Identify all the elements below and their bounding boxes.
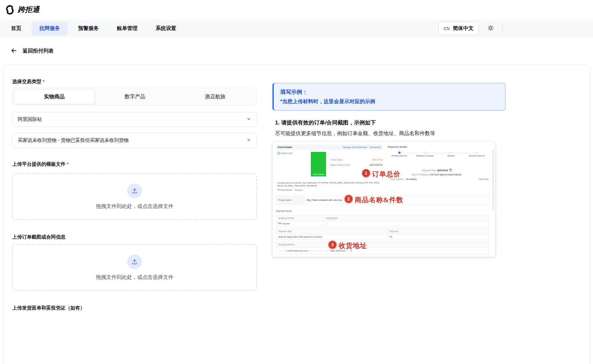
shipment-details-title: Shipment details [388, 145, 407, 148]
annotation-3-badge: 3 [328, 241, 337, 249]
step-receipt-confirmed: Receipt confirmed [464, 152, 490, 157]
tt-bank-account-label: T/T bank account [277, 189, 292, 191]
language-label: 简体中文 [453, 25, 474, 32]
top-header: 跨拒通 [0, 0, 593, 19]
shipment-terms-label: Shipment terms [276, 210, 292, 212]
agreed-amount-label: Agreed Total Amount: [330, 164, 350, 166]
step-shipped: Shipped [438, 152, 464, 157]
upload-template-label-text: 上传平台提供的模板文件 [12, 161, 66, 167]
nav-divider [502, 24, 502, 33]
required-asterisk: * [67, 161, 69, 167]
example-notice-subtitle: *当您上传材料时，这里会显示对应的示例 [280, 98, 499, 105]
table-header-row: Shipping method Shipping fee [276, 215, 489, 221]
required-asterisk: * [43, 79, 45, 84]
mini-scrollbar [493, 150, 494, 210]
fund-details-title: Fund Details [278, 146, 292, 149]
upload-icon [127, 254, 142, 269]
example-step-title: 1. 请提供有效的订单/合同截图，示例如下 [275, 119, 506, 126]
table-header-row: Shipping address [276, 242, 489, 248]
fund-details-header: Fund Details Manage Cash Withdrawal Tran… [276, 144, 383, 150]
transactions-link: Transactions [369, 146, 381, 148]
shipment-progress-steps: Pending shipment Shipping in progress Sh… [386, 152, 490, 157]
back-button[interactable] [10, 47, 17, 55]
annotation-3-text: 收货地址 [339, 241, 367, 250]
check-circle-icon: ✓ [277, 152, 280, 155]
tab-billing[interactable]: 账单管理 [109, 22, 145, 35]
tt-bank-account-row: T/T bank account Account [277, 189, 302, 191]
example-notice: 填写示例： *当您上传材料时，这里会显示对应的示例 [272, 83, 506, 111]
order-screenshot-dropzone[interactable]: 拖拽文件到此处，或点击选择文件 [12, 244, 257, 291]
app-root: 跨拒通 首页 抗辩服务 预警服务 账单管理 系统设置 CN 简体中文 [0, 0, 593, 60]
chevron-down-icon [246, 137, 251, 143]
dispute-reason-select[interactable]: 买家说未收到货物 - 货物已妥投但买家说未收到货物 [12, 133, 257, 148]
payment-methods-line1: Accepted payment methods: visa, masterca… [277, 182, 384, 184]
shipment-date-row: Shipment Date: 2025-09-05 [422, 169, 452, 172]
example-step-description: 尽可能提供更多细节信息，例如订单金额、收货地址、商品名和件数等 [275, 130, 506, 137]
dispute-form-card: 选择交易类型 * 实物商品 数字产品 酒店航旅 阿里国际站 买家说未收到货物 -… [3, 64, 590, 364]
dispute-reason-select-value: 买家说未收到货物 - 货物已妥投但买家说未收到货物 [18, 137, 128, 143]
amount-bar: USD 5,000.00 [311, 152, 326, 176]
table-row: Express - [276, 221, 489, 227]
view-more-link: View more [478, 178, 488, 180]
annotation-1-text: 订单总价 [372, 170, 401, 179]
language-code: CN [444, 26, 450, 31]
latest-logistics-row: Latest logistics: No tracking View more [390, 178, 488, 180]
calendar-icon [449, 169, 452, 171]
funds-status-block: Funds Status: Paid in Full Agreed Total … [330, 159, 383, 169]
annotation-2-text: 商品名称&件数 [355, 195, 404, 204]
annotation-2-badge: 2 [344, 195, 353, 203]
example-notice-title: 填写示例： [280, 88, 499, 96]
funds-status-value: Paid in Full [372, 159, 383, 161]
annotation-1-badge: 1 [362, 169, 370, 177]
step-shipping-in-progress: Shipping in progress [412, 152, 438, 157]
tab-settings[interactable]: 系统设置 [148, 22, 184, 35]
table-header-row: Shipment date Ship from [276, 229, 489, 234]
template-file-dropzone[interactable]: 拖拽文件到此处，或点击选择文件 [12, 173, 257, 220]
tab-dispute-service[interactable]: 抗辩服务 [32, 22, 68, 35]
upload-icon [127, 183, 142, 198]
step-dot-active [398, 152, 401, 154]
form-column: 选择交易类型 * 实物商品 数字产品 酒店航旅 阿里国际站 买家说未收到货物 -… [12, 76, 257, 311]
language-selector-button[interactable]: CN 简体中文 [438, 22, 479, 35]
payment-methods-line2: BILLIE, QC_REAL_TIME_BANK_TRANSFER [277, 185, 384, 187]
back-link-label[interactable]: 返回拒付列表 [23, 48, 54, 54]
transaction-type-label: 选择交易类型 * [12, 79, 257, 85]
funds-status-label: Funds Status: [330, 159, 343, 161]
tab-warning-service[interactable]: 预警服务 [70, 22, 107, 35]
table-row: Ships 50 day(s) after initial payment is… [276, 234, 489, 240]
step-dot [450, 152, 452, 154]
platform-select-value: 阿里国际站 [18, 116, 42, 123]
manage-cash-withdrawal-link: Manage Cash Withdrawal [343, 146, 367, 148]
upload-hint: 拖拽文件到此处，或点击选择文件 [96, 203, 173, 210]
step-dot [476, 152, 478, 154]
segment-hotel-travel[interactable]: 酒店航旅 [175, 89, 255, 104]
brand-logo-icon [5, 5, 15, 15]
fund-details-links: Manage Cash Withdrawal Transactions [343, 146, 381, 148]
upload-proof-label: 上传发货面单和妥投凭证（如有） [12, 305, 257, 311]
platform-select[interactable]: 阿里国际站 [12, 112, 257, 127]
upload-order-label: 上传订单截图或合同信息 [12, 234, 257, 240]
arrow-left-icon [10, 47, 17, 55]
example-screenshot: Fund Details Manage Cash Withdrawal Tran… [272, 142, 495, 257]
step-pending-shipment: Pending shipment [386, 152, 412, 157]
agreed-amount-value: USD 5,000.00 [369, 164, 383, 166]
table-row-address: ·········· 1 south santa ave.Los a ·····… [276, 247, 489, 254]
upload-hint: 拖拽文件到此处，或点击选择文件 [96, 274, 173, 281]
theme-toggle-button[interactable] [484, 22, 497, 35]
truck-icon [278, 221, 281, 226]
paid-in-full-badge: ✓ Paid in Full [277, 152, 292, 155]
tab-home[interactable]: 首页 [3, 22, 29, 35]
export-shipping-row: Export & Shipping: OneTouch Agency Expor… [412, 173, 461, 176]
sun-icon [487, 25, 494, 32]
step-dot [424, 152, 426, 154]
nav-inner: 首页 抗辩服务 预警服务 账单管理 系统设置 CN 简体中文 [0, 22, 506, 35]
segment-physical-goods[interactable]: 实物商品 [14, 89, 95, 104]
account-link: Account [295, 189, 302, 191]
chevron-down-icon [246, 116, 251, 123]
upload-template-label: 上传平台提供的模板文件 * [12, 161, 257, 167]
amount-bar-label: USD 5,000.00 [311, 173, 326, 175]
brand-name: 跨拒通 [18, 5, 40, 15]
example-column: 填写示例： *当您上传材料时，这里会显示对应的示例 1. 请提供有效的订单/合同… [272, 83, 506, 257]
segment-digital-products[interactable]: 数字产品 [95, 89, 175, 104]
transaction-type-label-text: 选择交易类型 [12, 79, 41, 85]
